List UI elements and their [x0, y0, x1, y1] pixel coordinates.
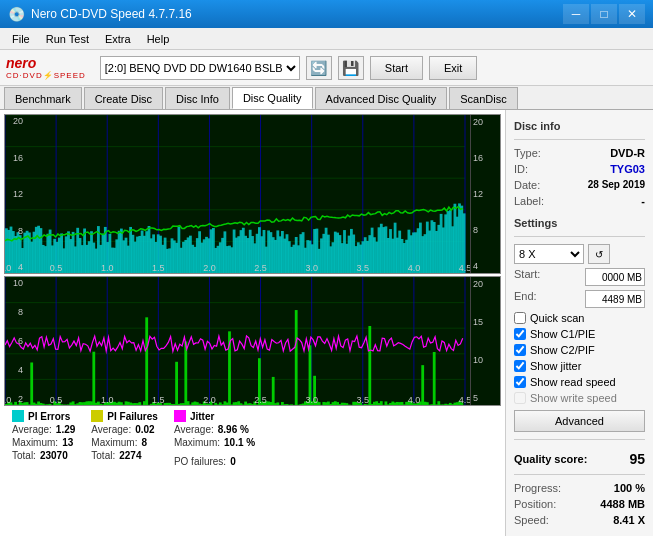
- type-row: Type: DVD-R: [514, 147, 645, 159]
- speed-display-row: Speed: 8.41 X: [514, 514, 645, 526]
- menu-file[interactable]: File: [4, 31, 38, 47]
- progress-label: Progress:: [514, 482, 561, 494]
- type-label: Type:: [514, 147, 541, 159]
- legend-pi-errors: PI Errors Average: 1.29 Maximum: 13 Tota…: [12, 410, 75, 467]
- main-content: 20 16 12 8 4 20 15 10 5 P: [0, 110, 653, 536]
- show-c1pie-checkbox[interactable]: [514, 328, 526, 340]
- show-read-speed-label: Show read speed: [530, 376, 616, 388]
- title-bar-controls: ─ □ ✕: [563, 4, 645, 24]
- bottom-chart-y-axis-right: 20 15 10 5: [470, 277, 500, 405]
- toolbar: nero CD·DVD⚡SPEED [2:0] BENQ DVD DD DW16…: [0, 50, 653, 86]
- show-c1pie-row: Show C1/PIE: [514, 328, 645, 340]
- show-jitter-checkbox[interactable]: [514, 360, 526, 372]
- tab-disc-quality[interactable]: Disc Quality: [232, 87, 313, 109]
- right-panel: Disc info Type: DVD-R ID: TYG03 Date: 28…: [505, 110, 653, 536]
- position-row: Position: 4488 MB: [514, 498, 645, 510]
- pi-failures-title: PI Failures: [107, 411, 158, 422]
- top-chart-y-axis-right: 20 16 12 8 4: [470, 115, 500, 273]
- settings-refresh-button[interactable]: ↺: [588, 244, 610, 264]
- speed-row: 8 X ↺: [514, 244, 645, 264]
- id-value: TYG03: [610, 163, 645, 175]
- show-c1pie-label: Show C1/PIE: [530, 328, 595, 340]
- disc-label-label: Label:: [514, 195, 544, 207]
- quick-scan-label: Quick scan: [530, 312, 584, 324]
- minimize-button[interactable]: ─: [563, 4, 589, 24]
- start-row: Start:: [514, 268, 645, 286]
- app-icon: 💿: [8, 6, 25, 22]
- divider-4: [514, 474, 645, 475]
- tab-disc-info[interactable]: Disc Info: [165, 87, 230, 109]
- drive-selector[interactable]: [2:0] BENQ DVD DD DW1640 BSLB: [100, 56, 300, 80]
- quick-scan-checkbox[interactable]: [514, 312, 526, 324]
- legend-jitter: Jitter Average: 8.96 % Maximum: 10.1 % P…: [174, 410, 255, 467]
- date-row: Date: 28 Sep 2019: [514, 179, 645, 191]
- menu-runtest[interactable]: Run Test: [38, 31, 97, 47]
- jitter-title: Jitter: [190, 411, 214, 422]
- title-bar-left: 💿 Nero CD-DVD Speed 4.7.7.16: [8, 6, 192, 22]
- show-jitter-label: Show jitter: [530, 360, 581, 372]
- tab-benchmark[interactable]: Benchmark: [4, 87, 82, 109]
- disc-label-value: -: [641, 195, 645, 207]
- close-button[interactable]: ✕: [619, 4, 645, 24]
- refresh-button[interactable]: 🔄: [306, 56, 332, 80]
- show-c2pif-label: Show C2/PIF: [530, 344, 595, 356]
- show-read-speed-checkbox[interactable]: [514, 376, 526, 388]
- tab-bar: Benchmark Create Disc Disc Info Disc Qua…: [0, 86, 653, 110]
- progress-value: 100 %: [614, 482, 645, 494]
- quality-score-row: Quality score: 95: [514, 451, 645, 467]
- po-failures-label: PO failures:: [174, 456, 226, 467]
- nero-logo-text: nero: [6, 55, 86, 71]
- position-value: 4488 MB: [600, 498, 645, 510]
- show-write-speed-label: Show write speed: [530, 392, 617, 404]
- date-value: 28 Sep 2019: [588, 179, 645, 191]
- tab-scan-disc[interactable]: ScanDisc: [449, 87, 517, 109]
- id-row: ID: TYG03: [514, 163, 645, 175]
- show-jitter-row: Show jitter: [514, 360, 645, 372]
- po-failures-value: 0: [230, 456, 236, 467]
- advanced-button[interactable]: Advanced: [514, 410, 645, 432]
- end-row: End:: [514, 290, 645, 308]
- id-label: ID:: [514, 163, 528, 175]
- quick-scan-row: Quick scan: [514, 312, 645, 324]
- save-button[interactable]: 💾: [338, 56, 364, 80]
- start-input[interactable]: [585, 268, 645, 286]
- disc-info-title: Disc info: [514, 120, 645, 132]
- date-label: Date:: [514, 179, 540, 191]
- bottom-chart: 20 15 10 5: [4, 276, 501, 406]
- menu-bar: File Run Test Extra Help: [0, 28, 653, 50]
- top-chart: 20 16 12 8 4: [4, 114, 501, 274]
- pi-errors-title: PI Errors: [28, 411, 70, 422]
- show-write-speed-checkbox: [514, 392, 526, 404]
- nero-logo-subtitle: CD·DVD⚡SPEED: [6, 71, 86, 80]
- show-c2pif-checkbox[interactable]: [514, 344, 526, 356]
- end-input[interactable]: [585, 290, 645, 308]
- app-title: Nero CD-DVD Speed 4.7.7.16: [31, 7, 192, 21]
- menu-help[interactable]: Help: [139, 31, 178, 47]
- divider-1: [514, 139, 645, 140]
- tab-create-disc[interactable]: Create Disc: [84, 87, 163, 109]
- start-button[interactable]: Start: [370, 56, 423, 80]
- quality-score-value: 95: [629, 451, 645, 467]
- divider-3: [514, 439, 645, 440]
- exit-button[interactable]: Exit: [429, 56, 477, 80]
- position-label: Position:: [514, 498, 556, 510]
- legend-pi-failures: PI Failures Average: 0.02 Maximum: 8 Tot…: [91, 410, 158, 467]
- speed-display-label: Speed:: [514, 514, 549, 526]
- top-chart-canvas: [5, 115, 495, 273]
- legend-area: PI Errors Average: 1.29 Maximum: 13 Tota…: [4, 406, 501, 471]
- speed-selector[interactable]: 8 X: [514, 244, 584, 264]
- tab-advanced-disc-quality[interactable]: Advanced Disc Quality: [315, 87, 448, 109]
- bottom-chart-canvas: [5, 277, 495, 405]
- pi-errors-color: [12, 410, 24, 422]
- pi-failures-color: [91, 410, 103, 422]
- menu-extra[interactable]: Extra: [97, 31, 139, 47]
- show-c2pif-row: Show C2/PIF: [514, 344, 645, 356]
- divider-2: [514, 236, 645, 237]
- settings-title: Settings: [514, 217, 645, 229]
- start-label: Start:: [514, 268, 540, 286]
- title-bar: 💿 Nero CD-DVD Speed 4.7.7.16 ─ □ ✕: [0, 0, 653, 28]
- nero-logo: nero CD·DVD⚡SPEED: [6, 55, 86, 80]
- maximize-button[interactable]: □: [591, 4, 617, 24]
- show-read-speed-row: Show read speed: [514, 376, 645, 388]
- show-write-speed-row: Show write speed: [514, 392, 645, 404]
